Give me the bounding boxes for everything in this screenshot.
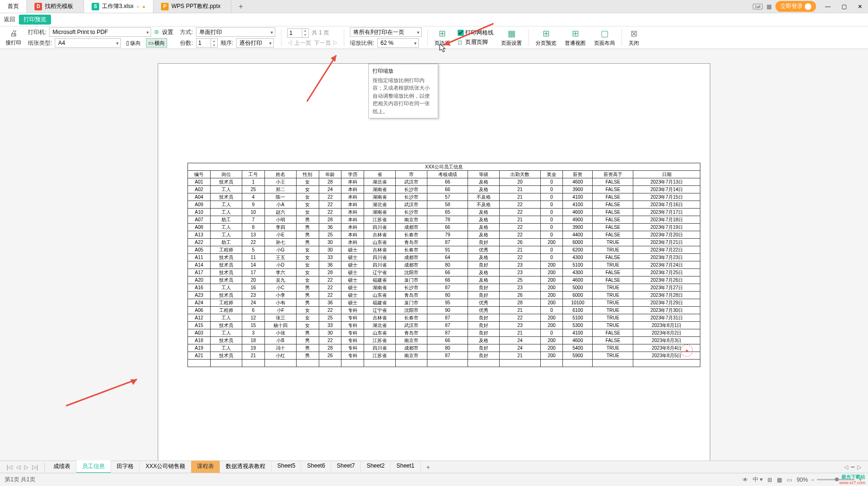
pagesetup-button[interactable]: ▦页面设置 [497, 26, 526, 49]
mode-label: 方式: [180, 28, 193, 36]
prev-page-button: ◁ 上一页 [287, 39, 311, 47]
tab-ppt[interactable]: P WPS PPT教程.pptx [153, 0, 231, 13]
sheet-tab[interactable]: 田字格 [111, 461, 140, 473]
page-input[interactable]: 1▲▼ [287, 28, 309, 38]
scroll-right-icon[interactable]: ▷ [857, 464, 861, 470]
back-button[interactable]: 返回 [4, 16, 15, 24]
page-nav-section: 1▲▼ 共 1 页 ◁ 上一页 下一页 ▷ [284, 26, 341, 49]
pagebreak-button[interactable]: ⊞分页预览 [532, 26, 560, 49]
mode-section: 方式: 单面打印 份数: 1▲▼ 顺序: 逐份打印 [177, 26, 278, 49]
portrait-button[interactable]: ▯纵向 [124, 38, 143, 48]
headerfooter-section: 打印网格线 ⊡ 页眉页脚 [455, 26, 496, 49]
printer-select[interactable]: Microsoft Print to PDF [49, 27, 151, 37]
duplex-select[interactable]: 单面打印 [196, 27, 275, 37]
sheet-first-icon[interactable]: |◁ [6, 464, 13, 470]
scale-tooltip: 打印缩放 按指定缩放比例打印内容；又或者根据纸张大小自动调整缩放比例，以便把相关… [368, 64, 438, 118]
sheet-tab[interactable]: 数据透视表教程 [220, 461, 272, 473]
switcher-icon[interactable]: 1⇌ [753, 4, 763, 9]
sheet-tab[interactable]: 课程表 [191, 461, 220, 473]
close-icon: ⊠ [629, 28, 639, 39]
layout-button[interactable]: ▢页面布局 [590, 26, 619, 49]
close-preview-button[interactable]: ⊠关闭 [625, 26, 643, 49]
separator [528, 29, 529, 46]
window-controls: 1⇌ ▦ 立即登录 — ▢ ✕ [749, 0, 868, 13]
paper-value: A4 [58, 40, 65, 46]
tab-dot: ● [142, 4, 145, 9]
brand-name: 极光下载站 [842, 474, 865, 480]
tab-template[interactable]: D 找稻壳模板 [27, 0, 84, 13]
headerfooter-button[interactable]: 页眉页脚 [465, 38, 488, 46]
eye-icon[interactable]: 👁 [742, 477, 748, 483]
sheet-last-icon[interactable]: ▷| [31, 464, 39, 470]
sheet-tab[interactable]: Sheet1 [391, 461, 420, 473]
margins-icon: ⊞ [437, 28, 448, 39]
printer-label: 打印机: [28, 28, 46, 36]
paper-preview: XXX公司员工信息编号岗位工号姓名性别年龄学历省市考核成绩等级出勤天数奖金薪资薪… [158, 63, 710, 461]
separator [427, 29, 428, 46]
view-grid-icon[interactable]: ⊞ [767, 477, 772, 483]
page-total: 共 1 页 [312, 29, 329, 37]
brand-watermark: 极光下载站 www.xz7.com [839, 474, 865, 485]
tab-ppt-label: WPS PPT教程.pptx [171, 2, 221, 10]
sheet-tab[interactable]: Sheet7 [331, 461, 361, 473]
pagesetup-icon: ▦ [506, 28, 517, 39]
grid-icon[interactable]: ▦ [766, 3, 772, 10]
sheet-tab[interactable]: 员工信息 [77, 461, 111, 473]
separator [281, 29, 281, 46]
scale-value-select[interactable]: 62 % [377, 38, 419, 48]
zoom-out-icon[interactable]: − [811, 477, 814, 483]
view-layout-icon[interactable]: ▭ [787, 477, 792, 483]
sheet-tab[interactable]: Sheet5 [272, 461, 301, 473]
separator [44, 463, 45, 471]
sheet-next-icon[interactable]: ▷ [23, 464, 29, 470]
scale-section: 将所有列打印在一页 缩放比例: 62 % [347, 26, 425, 49]
landscape-button[interactable]: ▭横向 [146, 38, 167, 48]
scale-mode-select[interactable]: 将所有列打印在一页 [350, 27, 422, 37]
normal-icon: ⊞ [570, 28, 580, 39]
sheet-prev-icon[interactable]: ◁ [15, 464, 21, 470]
normal-button[interactable]: ⊞普通视图 [561, 26, 589, 49]
sheet-tab[interactable]: Sheet6 [301, 461, 331, 473]
view-pagebreak-icon[interactable]: ▦ [777, 477, 782, 483]
maximize-button[interactable]: ▢ [836, 0, 852, 13]
order-value: 逐份打印 [239, 39, 262, 47]
lang-icon[interactable]: 中 ▾ [753, 476, 763, 484]
login-button[interactable]: 立即登录 [775, 1, 816, 12]
printer-icon[interactable]: 🖨 [10, 29, 17, 38]
login-label: 立即登录 [780, 2, 803, 10]
gear-icon[interactable]: ⚙ [154, 29, 159, 35]
paper-select[interactable]: A4 [55, 38, 121, 48]
tab-add-button[interactable]: + [231, 0, 250, 13]
scroll-left-icon[interactable]: ◁ [844, 464, 848, 470]
sheet-tab[interactable]: Sheet2 [361, 461, 391, 473]
scale-value: 62 % [381, 40, 393, 46]
tab-badge: ○ [136, 4, 140, 9]
layout-icon: ▢ [599, 28, 610, 39]
copies-input[interactable]: 1▲▼ [196, 38, 218, 48]
template-icon: D [34, 3, 42, 10]
tab-workbook-label: 工作簿3.xlsx [102, 2, 134, 10]
tooltip-title: 打印缩放 [373, 67, 434, 75]
next-page-button: 下一页 ▷ [314, 39, 338, 47]
print-toolbar: 🖨 接打印 打印机: Microsoft Print to PDF ⚙ 设置 纸… [0, 26, 868, 49]
order-select[interactable]: 逐份打印 [236, 38, 274, 48]
gridlines-label: 打印网格线 [465, 29, 494, 37]
paper-content: XXX公司员工信息编号岗位工号姓名性别年龄学历省市考核成绩等级出勤天数奖金薪资薪… [187, 163, 700, 367]
scale-mode-value: 将所有列打印在一页 [353, 28, 404, 36]
close-button[interactable]: ✕ [852, 0, 868, 13]
sheet-add-button[interactable]: + [422, 463, 435, 471]
margins-button[interactable]: ⊞页边距 [431, 26, 454, 49]
paper-label: 纸张类型: [28, 39, 52, 47]
spreadsheet-icon: S [92, 3, 99, 10]
sheet-tabs-list: 成绩表员工信息田字格XXX公司销售额课程表数据透视表教程Sheet5Sheet6… [48, 461, 420, 473]
print-preview-badge[interactable]: 打印预览 [19, 15, 51, 25]
gridlines-checkbox[interactable] [458, 30, 464, 36]
minimize-button[interactable]: — [820, 0, 836, 13]
tab-home[interactable]: 首页 [0, 0, 27, 13]
sheet-tab[interactable]: 成绩表 [48, 461, 77, 473]
sheet-tab[interactable]: XXX公司销售额 [140, 461, 191, 473]
settings-label[interactable]: 设置 [162, 28, 173, 36]
tab-workbook[interactable]: S 工作簿3.xlsx ○ ● [84, 0, 153, 13]
scale-label: 缩放比例: [350, 39, 374, 47]
scroll-thumb[interactable]: ━ [851, 464, 854, 470]
